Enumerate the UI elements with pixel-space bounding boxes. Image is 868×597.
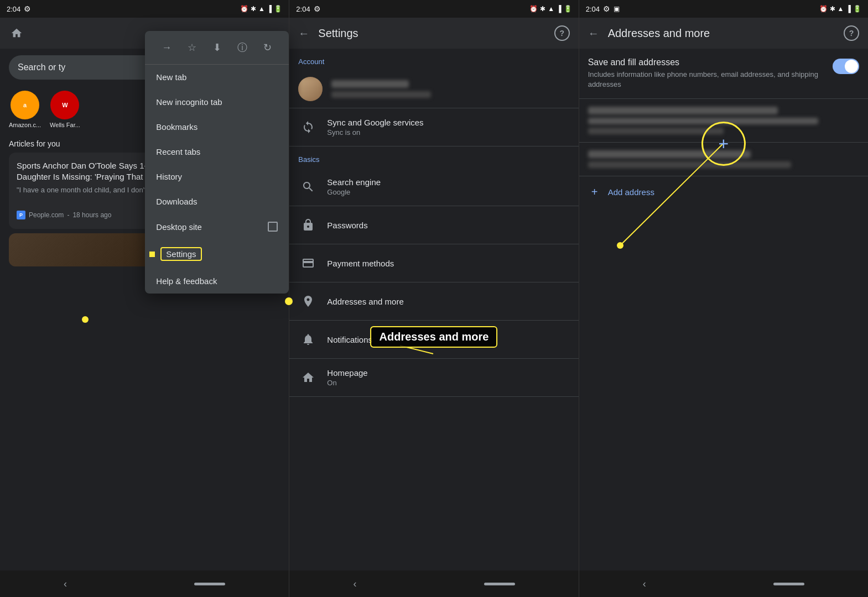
- alarm-icon-3: ⏰: [819, 5, 828, 13]
- basics-section-label: Basics: [289, 146, 578, 168]
- time-1: 2:04: [7, 5, 20, 13]
- forward-btn[interactable]: →: [157, 38, 176, 57]
- alarm-icon: ⏰: [240, 5, 248, 13]
- menu-item-recent-tabs[interactable]: Recent tabs: [145, 139, 289, 164]
- menu-item-help[interactable]: Help & feedback: [145, 269, 289, 294]
- quick-icon-amazon[interactable]: a Amazon.c...: [9, 91, 41, 128]
- passwords-title: Passwords: [327, 221, 569, 230]
- bt-icon-3: ✱: [830, 5, 835, 13]
- bt-icon-2: ✱: [540, 5, 545, 13]
- add-address-text: Add address: [608, 187, 654, 197]
- status-bar-1: 2:04 ⚙ ⏰ ✱ ▲ ▐ 🔋: [0, 0, 289, 18]
- download-btn[interactable]: ⬇: [207, 38, 227, 57]
- payment-title: Payment methods: [327, 259, 569, 268]
- account-name-blurred: [331, 80, 409, 88]
- menu-item-new-tab[interactable]: New tab: [145, 65, 289, 90]
- info-btn[interactable]: ⓘ: [232, 38, 252, 57]
- notifications-content: Notifications: [327, 335, 569, 344]
- back-arrow-2[interactable]: ←: [298, 27, 309, 40]
- addresses-dot: [285, 297, 293, 305]
- account-avatar: [298, 77, 323, 101]
- address-entry-1[interactable]: [579, 99, 868, 143]
- back-button-1[interactable]: ‹: [64, 578, 67, 590]
- settings-item-homepage[interactable]: Homepage On: [289, 359, 578, 397]
- menu-item-settings[interactable]: Settings: [145, 239, 289, 269]
- addresses-icon: [298, 291, 318, 311]
- alarm-icon-2: ⏰: [529, 5, 538, 13]
- address-blurred-line3: [588, 128, 724, 134]
- menu-item-bookmarks[interactable]: Bookmarks: [145, 114, 289, 139]
- cog-icon-2: ⚙: [314, 4, 321, 13]
- addresses-page-title: Addresses and more: [608, 27, 835, 40]
- settings-item-search[interactable]: Search engine Google: [289, 168, 578, 206]
- quick-icon-amazon-label: Amazon.c...: [9, 122, 41, 128]
- home-icon[interactable]: [9, 25, 24, 41]
- article-time: 18 hours ago: [72, 211, 111, 219]
- address-blurred-line2: [588, 118, 819, 124]
- wifi-icon-3: ▲: [838, 5, 844, 13]
- status-bar-3: 2:04 ⚙ ▣ ⏰ ✱ ▲ ▐ 🔋: [579, 0, 868, 18]
- sync-item-content: Sync and Google services Sync is on: [327, 118, 569, 137]
- bottom-nav-2: ‹: [289, 570, 578, 597]
- extra-icon-3: ▣: [614, 5, 620, 13]
- back-arrow-3[interactable]: ←: [588, 27, 599, 40]
- quick-icon-wells[interactable]: W Wells Far...: [50, 91, 80, 128]
- menu-item-downloads[interactable]: Downloads: [145, 189, 289, 214]
- bottom-nav-1: ‹: [0, 570, 289, 597]
- settings-item-notifications[interactable]: Notifications: [289, 321, 578, 359]
- addresses-title: Addresses and more: [327, 297, 569, 306]
- notifications-title: Notifications: [327, 335, 569, 344]
- sync-subtitle: Sync is on: [327, 128, 569, 137]
- menu-item-history[interactable]: History: [145, 164, 289, 189]
- back-button-3[interactable]: ‹: [643, 578, 646, 590]
- address-entry-2[interactable]: [579, 143, 868, 176]
- cog-icon-3: ⚙: [603, 4, 610, 13]
- battery-icon: 🔋: [274, 5, 282, 13]
- passwords-content: Passwords: [327, 221, 569, 230]
- time-2: 2:04: [296, 5, 310, 13]
- menu-item-incognito[interactable]: New incognito tab: [145, 90, 289, 114]
- time-3: 2:04: [586, 5, 600, 13]
- source-name: People.com: [29, 211, 64, 219]
- settings-item-payment[interactable]: Payment methods: [289, 244, 578, 282]
- settings-item-passwords[interactable]: Passwords: [289, 206, 578, 244]
- payment-icon: [298, 253, 318, 273]
- toggle-thumb: [845, 60, 858, 73]
- home-pill-1[interactable]: [194, 583, 225, 585]
- account-section-label: Account: [289, 49, 578, 70]
- help-icon-3[interactable]: ?: [844, 25, 859, 41]
- home-pill-3[interactable]: [773, 583, 804, 585]
- save-fill-title: Save and fill addresses: [588, 57, 826, 67]
- settings-item-sync[interactable]: Sync and Google services Sync is on: [289, 108, 578, 146]
- bookmark-btn[interactable]: ☆: [182, 38, 202, 57]
- sig-icon-3: ▐: [846, 5, 851, 13]
- settings-item-addresses[interactable]: Addresses and more: [289, 282, 578, 321]
- home-pill-2[interactable]: [484, 583, 515, 585]
- desktop-checkbox[interactable]: [268, 222, 278, 232]
- panel-addresses: 2:04 ⚙ ▣ ⏰ ✱ ▲ ▐ 🔋 ← Addresses and more …: [579, 0, 868, 597]
- panel-browser: 2:04 ⚙ ⏰ ✱ ▲ ▐ 🔋 Search or ty a: [0, 0, 289, 597]
- menu-item-desktop-site[interactable]: Desktop site: [145, 214, 289, 239]
- save-fill-row[interactable]: Save and fill addresses Includes informa…: [579, 49, 868, 99]
- settings-title: Settings: [318, 27, 545, 40]
- notifications-icon: [298, 329, 318, 349]
- search-engine-icon: [298, 177, 318, 197]
- homepage-icon: [298, 368, 318, 387]
- save-fill-sub: Includes information like phone numbers,…: [588, 70, 826, 90]
- source-separator: -: [67, 211, 69, 219]
- addresses-content: Addresses and more: [327, 297, 569, 306]
- help-icon-2[interactable]: ?: [554, 25, 570, 41]
- dropdown-menu: → ☆ ⬇ ⓘ ↻ New tab New incognito tab Book…: [145, 31, 289, 294]
- back-button-2[interactable]: ‹: [353, 578, 356, 590]
- address-blurred-2-line1: [588, 150, 751, 158]
- account-item[interactable]: [289, 70, 578, 108]
- signal-icon: ▐: [267, 5, 272, 13]
- status-bar-2: 2:04 ⚙ ⏰ ✱ ▲ ▐ 🔋: [289, 0, 578, 18]
- search-engine-subtitle: Google: [327, 188, 569, 196]
- wifi-icon-2: ▲: [548, 5, 554, 13]
- address-blurred-line1: [588, 107, 778, 114]
- refresh-btn[interactable]: ↻: [258, 38, 278, 57]
- add-address-row[interactable]: + Add address: [579, 176, 868, 207]
- save-fill-toggle[interactable]: [833, 59, 859, 74]
- add-plus-icon: +: [588, 185, 601, 198]
